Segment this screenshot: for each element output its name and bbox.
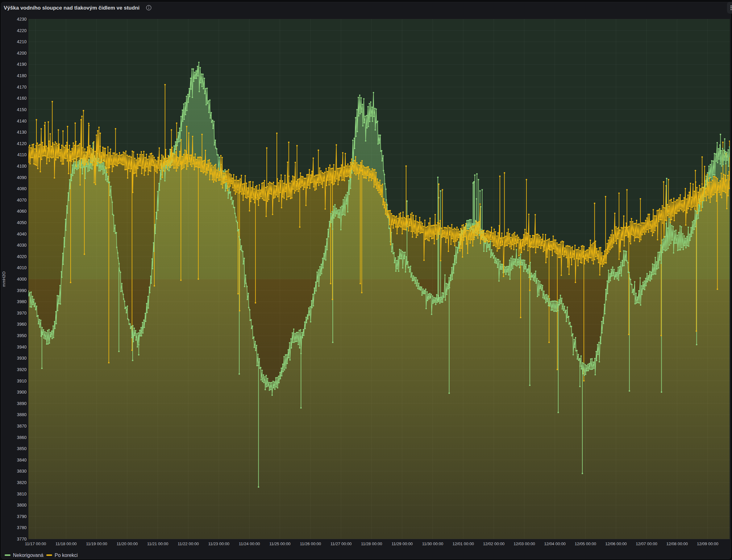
svg-text:12/01 00:00: 12/01 00:00 [452, 541, 474, 546]
svg-text:11/21 00:00: 11/21 00:00 [147, 541, 169, 546]
svg-text:11/20 00:00: 11/20 00:00 [117, 541, 138, 546]
svg-text:4070: 4070 [17, 198, 27, 203]
svg-text:12/02 00:00: 12/02 00:00 [483, 541, 504, 546]
svg-text:3990: 3990 [17, 288, 27, 293]
svg-text:4050: 4050 [17, 220, 27, 225]
svg-text:11/29 00:00: 11/29 00:00 [391, 541, 413, 546]
svg-text:4090: 4090 [17, 175, 27, 180]
svg-text:4220: 4220 [17, 28, 27, 33]
svg-text:3790: 3790 [17, 514, 27, 519]
svg-text:4230: 4230 [17, 17, 27, 22]
svg-text:4020: 4020 [17, 254, 27, 259]
svg-text:3910: 3910 [17, 378, 27, 383]
svg-text:3890: 3890 [17, 401, 27, 406]
svg-text:11/28 00:00: 11/28 00:00 [361, 541, 382, 546]
svg-text:11/18 00:00: 11/18 00:00 [56, 541, 77, 546]
svg-text:3930: 3930 [17, 356, 27, 361]
svg-text:4080: 4080 [17, 186, 27, 191]
svg-text:3870: 3870 [17, 424, 27, 428]
svg-text:4150: 4150 [17, 107, 27, 112]
svg-text:11/17 00:00: 11/17 00:00 [25, 541, 46, 546]
svg-text:4100: 4100 [17, 164, 27, 169]
svg-text:Výška vodního sloupce nad tlak: Výška vodního sloupce nad tlakovým čidle… [4, 5, 140, 11]
svg-text:12/04 00:00: 12/04 00:00 [544, 541, 566, 546]
svg-text:12/05 00:00: 12/05 00:00 [575, 541, 596, 546]
svg-text:3860: 3860 [17, 435, 27, 440]
svg-text:11/23 00:00: 11/23 00:00 [208, 541, 230, 546]
svg-text:3840: 3840 [17, 458, 27, 462]
svg-text:4190: 4190 [17, 62, 27, 67]
svg-text:4160: 4160 [17, 96, 27, 101]
svg-text:11/24 00:00: 11/24 00:00 [239, 541, 260, 546]
svg-text:Nekorigovaná: Nekorigovaná [13, 553, 44, 558]
svg-text:4140: 4140 [17, 119, 27, 123]
svg-text:12/08 00:00: 12/08 00:00 [666, 541, 688, 546]
svg-text:4040: 4040 [17, 232, 27, 236]
svg-text:4110: 4110 [17, 152, 27, 157]
svg-text:3780: 3780 [17, 525, 27, 530]
svg-text:4000: 4000 [17, 277, 27, 282]
svg-text:12/09 00:00: 12/09 00:00 [697, 541, 718, 546]
svg-text:4210: 4210 [17, 39, 27, 44]
svg-text:4060: 4060 [17, 209, 27, 214]
svg-text:4200: 4200 [17, 51, 27, 56]
svg-text:4170: 4170 [17, 85, 27, 90]
svg-text:12/03 00:00: 12/03 00:00 [513, 541, 535, 546]
svg-text:11/22 00:00: 11/22 00:00 [178, 541, 199, 546]
svg-text:3850: 3850 [17, 446, 27, 451]
svg-text:4120: 4120 [17, 141, 27, 146]
svg-text:3820: 3820 [17, 480, 27, 485]
svg-text:11/26 00:00: 11/26 00:00 [300, 541, 321, 546]
svg-text:3920: 3920 [17, 367, 27, 372]
svg-text:3770: 3770 [17, 537, 27, 541]
svg-text:3900: 3900 [17, 390, 27, 395]
svg-text:4130: 4130 [17, 130, 27, 135]
svg-text:11/27 00:00: 11/27 00:00 [331, 541, 352, 546]
svg-text:3800: 3800 [17, 503, 27, 508]
svg-text:3940: 3940 [17, 345, 27, 349]
svg-text:11/25 00:00: 11/25 00:00 [270, 541, 291, 546]
svg-text:3880: 3880 [17, 412, 27, 417]
svg-text:3810: 3810 [17, 491, 27, 496]
svg-text:mmH2O: mmH2O [2, 271, 6, 287]
svg-text:Po korekci: Po korekci [55, 553, 78, 558]
svg-text:11/19 00:00: 11/19 00:00 [86, 541, 107, 546]
svg-text:3980: 3980 [17, 299, 27, 304]
svg-text:3830: 3830 [17, 469, 27, 474]
svg-text:3950: 3950 [17, 333, 27, 338]
svg-text:12/07 00:00: 12/07 00:00 [636, 541, 657, 546]
svg-text:4010: 4010 [17, 265, 27, 270]
svg-text:3960: 3960 [17, 322, 27, 327]
svg-text:11/30 00:00: 11/30 00:00 [422, 541, 443, 546]
svg-text:4030: 4030 [17, 243, 27, 248]
svg-text:3970: 3970 [17, 311, 27, 316]
svg-text:4180: 4180 [17, 73, 27, 78]
svg-text:12/06 00:00: 12/06 00:00 [605, 541, 627, 546]
